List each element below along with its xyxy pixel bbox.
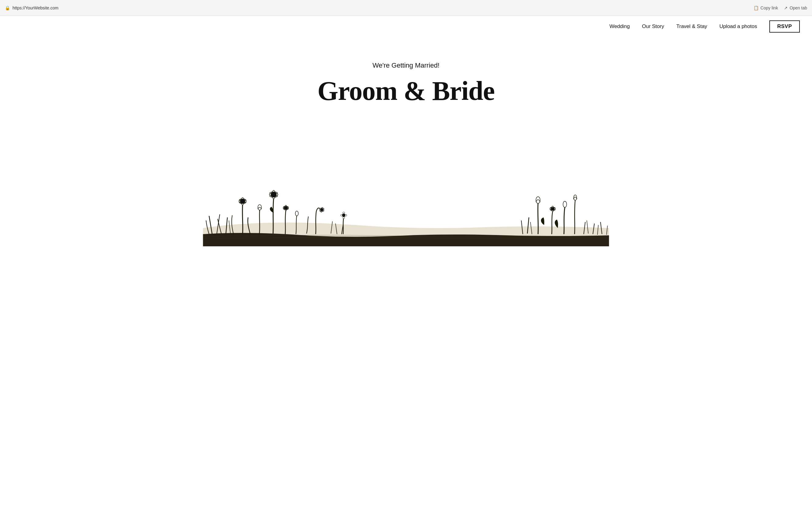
copy-icon: 📋 bbox=[754, 5, 759, 10]
browser-actions: 📋 Copy link ↗ Open tab bbox=[754, 5, 807, 10]
copy-link-button[interactable]: 📋 Copy link bbox=[754, 5, 778, 10]
lock-icon: 🔒 bbox=[5, 5, 10, 10]
svg-point-47 bbox=[551, 207, 555, 211]
navigation: Wedding Our Story Travel & Stay Upload a… bbox=[0, 16, 812, 37]
svg-point-34 bbox=[343, 212, 345, 214]
svg-point-38 bbox=[342, 214, 345, 217]
nav-link-upload-photos[interactable]: Upload a photos bbox=[720, 24, 757, 30]
floral-svg bbox=[0, 131, 812, 246]
open-tab-button[interactable]: ↗ Open tab bbox=[784, 5, 807, 10]
svg-point-25 bbox=[295, 211, 299, 216]
nav-link-wedding[interactable]: Wedding bbox=[609, 24, 630, 30]
browser-chrome: 🔒 https://YourWebsite.com 📋 Copy link ↗ … bbox=[0, 0, 812, 16]
svg-point-35 bbox=[343, 217, 345, 219]
open-tab-icon: ↗ bbox=[784, 5, 788, 10]
svg-point-29 bbox=[320, 208, 323, 211]
svg-point-48 bbox=[563, 201, 567, 207]
hero-section: We're Getting Married! Groom & Bride bbox=[0, 37, 812, 246]
nav-link-our-story[interactable]: Our Story bbox=[642, 24, 664, 30]
hero-subtitle: We're Getting Married! bbox=[373, 61, 439, 70]
floral-illustration bbox=[0, 131, 812, 246]
website-content: Wedding Our Story Travel & Stay Upload a… bbox=[0, 16, 812, 531]
hero-title: Groom & Bride bbox=[317, 75, 495, 106]
address-bar: 🔒 https://YourWebsite.com bbox=[5, 5, 58, 10]
svg-point-11 bbox=[240, 199, 245, 204]
nav-link-travel-stay[interactable]: Travel & Stay bbox=[676, 24, 707, 30]
svg-point-42 bbox=[536, 197, 540, 203]
svg-point-24 bbox=[284, 206, 288, 210]
nav-rsvp-button[interactable]: RSVP bbox=[769, 20, 800, 33]
url-text: https://YourWebsite.com bbox=[13, 5, 58, 10]
svg-point-19 bbox=[271, 192, 277, 197]
